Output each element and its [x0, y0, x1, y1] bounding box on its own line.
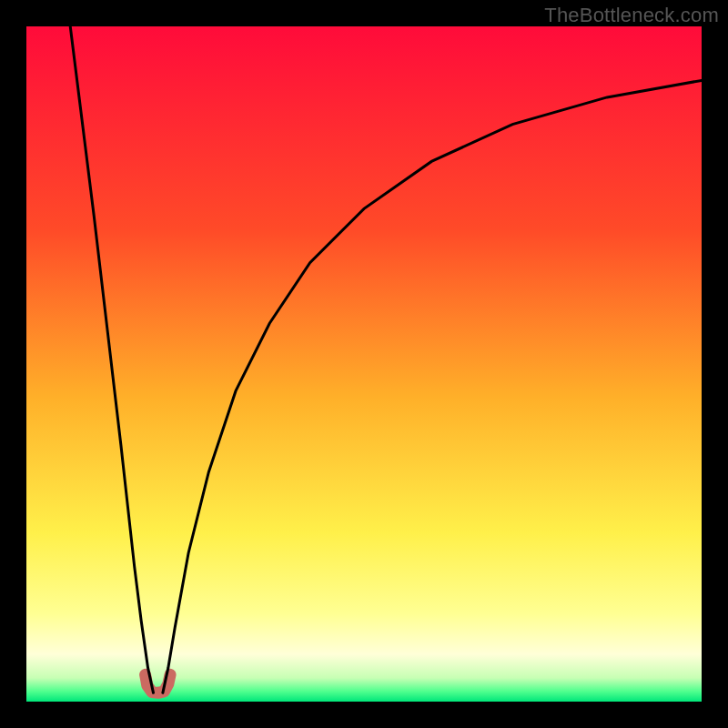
plot-area	[26, 26, 702, 702]
gradient-background	[26, 26, 702, 702]
chart-frame: TheBottleneck.com	[0, 0, 728, 728]
watermark-text: TheBottleneck.com	[544, 4, 719, 27]
chart-svg	[26, 26, 702, 702]
